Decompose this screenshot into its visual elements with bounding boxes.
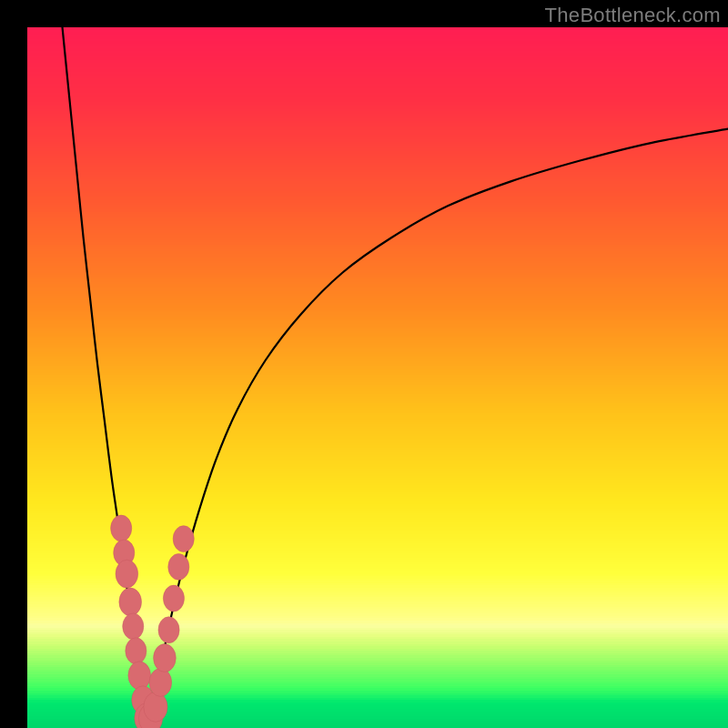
curve-right-branch [147,129,728,725]
chart-frame: TheBottleneck.com [0,0,728,728]
data-marker [154,644,177,672]
data-marker [163,585,184,612]
watermark-text: TheBottleneck.com [545,4,721,27]
data-marker [119,588,142,616]
data-markers [111,515,195,728]
data-marker [116,560,138,588]
data-marker [126,638,147,664]
data-marker [144,693,167,723]
data-marker [111,515,132,541]
data-marker [173,526,194,552]
data-marker [158,617,179,643]
data-marker [149,669,172,697]
data-marker [123,613,144,640]
plot-area [27,27,728,728]
data-marker [128,662,151,690]
curve-layer [27,27,728,728]
data-marker [168,553,189,580]
